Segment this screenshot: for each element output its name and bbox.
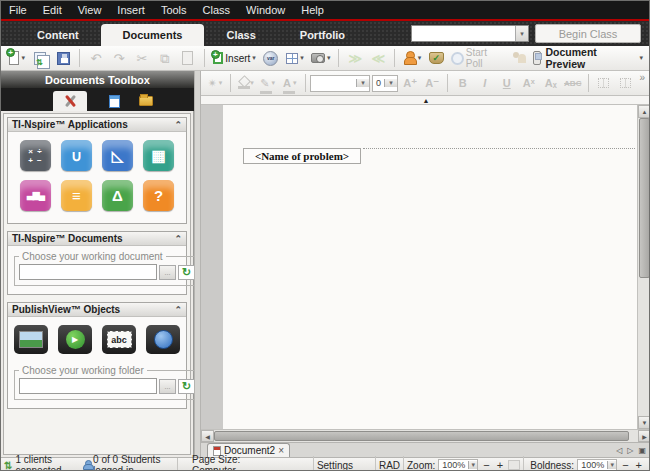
publishview-link-object[interactable] — [146, 325, 180, 354]
app-geometry[interactable]: ◺ — [102, 140, 133, 171]
menu-class[interactable]: Class — [203, 4, 231, 16]
insert-icon: + — [213, 52, 223, 64]
app-calculator[interactable]: × ÷ + − — [20, 140, 51, 171]
collapse-up-icon[interactable]: ▲ — [423, 97, 430, 104]
begin-class-label: Begin Class — [559, 28, 618, 40]
menu-edit[interactable]: Edit — [43, 4, 62, 16]
chevron-down-icon[interactable]: ▾ — [252, 54, 256, 62]
boldness-minus-button[interactable]: − — [620, 459, 630, 471]
scroll-up-button[interactable]: ▲ — [638, 105, 650, 118]
clients-connected-text: 1 clients connected — [15, 454, 80, 471]
chevron-down-icon[interactable]: ▾ — [640, 54, 644, 62]
close-icon[interactable]: × — [278, 445, 284, 456]
nspire-documents-header[interactable]: TI-Nspire™ Documents ⌃ — [8, 232, 186, 246]
status-separator — [375, 456, 376, 471]
app-question[interactable]: ? — [143, 180, 174, 211]
publishview-header[interactable]: PublishView™ Objects ⌃ — [8, 303, 186, 317]
poll-globe-icon — [451, 52, 464, 65]
next-tab-icon[interactable]: ▷ — [627, 446, 633, 455]
boldness-plus-button[interactable]: + — [634, 459, 644, 471]
chevron-down-icon: ▾ — [293, 79, 297, 87]
publishview-image-object[interactable] — [14, 325, 48, 354]
horizontal-scrollbar[interactable]: ◀ ▶ — [201, 429, 650, 442]
toolbar-overflow-button[interactable]: » — [637, 71, 647, 84]
save-button[interactable] — [53, 48, 73, 68]
open-document-button[interactable]: ⇅ — [30, 48, 50, 68]
collapse-icon[interactable]: ⌃ — [174, 120, 182, 130]
collapse-icon[interactable]: ⌃ — [174, 305, 182, 315]
refresh-button[interactable]: ↻ — [178, 265, 195, 280]
publishview-text-object[interactable]: abc — [102, 325, 136, 354]
vertical-scroll-thumb[interactable] — [639, 118, 650, 278]
app-graphs[interactable]: ∪ — [61, 140, 92, 171]
menu-window[interactable]: Window — [246, 4, 285, 16]
zoom-in-button[interactable]: + — [495, 459, 505, 471]
applications-section-header[interactable]: TI-Nspire™ Applications ⌃ — [8, 118, 186, 132]
font-family-select: ▾ — [310, 75, 370, 92]
chevron-down-icon[interactable]: ▾ — [607, 461, 616, 469]
tab-portfolio[interactable]: Portfolio — [278, 24, 367, 45]
grow-font-button: A⁺ — [400, 73, 420, 93]
toolbox-tab-tools[interactable] — [53, 91, 87, 111]
working-document-label: Choose your working document — [19, 251, 166, 262]
document-page[interactable]: <Name of problem> — [223, 105, 637, 429]
chevron-down-icon[interactable]: ▾ — [21, 54, 25, 62]
prev-tab-icon[interactable]: ◁ — [616, 446, 622, 455]
menu-view[interactable]: View — [78, 4, 102, 16]
browse-button[interactable]: ... — [159, 265, 176, 280]
publishview-video-object[interactable]: ▶ — [58, 325, 92, 354]
panel-splitter[interactable] — [194, 71, 201, 457]
working-document-input[interactable] — [19, 264, 157, 280]
class-select[interactable]: ▾ — [411, 25, 529, 42]
camera-icon — [311, 53, 325, 63]
app-data-statistics[interactable]: ▃▆▄ — [20, 180, 51, 211]
open-document-icon: ⇅ — [34, 52, 46, 65]
chevron-down-icon[interactable]: ▾ — [468, 461, 477, 469]
settings-button[interactable]: Settings — [317, 460, 353, 471]
student-status-icon — [83, 460, 90, 470]
browse-button[interactable]: ... — [159, 379, 176, 394]
variables-button[interactable]: var — [261, 48, 281, 68]
menu-help[interactable]: Help — [301, 4, 324, 16]
insert-button[interactable]: + Insert ▾ — [211, 48, 258, 68]
screen-capture-button[interactable]: ▾ — [309, 48, 333, 68]
working-folder-input[interactable] — [19, 378, 157, 394]
scroll-right-button[interactable]: ▶ — [638, 430, 650, 442]
vertical-scrollbar[interactable]: ▲ ▼ — [637, 105, 650, 429]
tab-overview-icon[interactable]: ▣ — [638, 446, 646, 455]
tab-documents[interactable]: Documents — [101, 24, 205, 46]
boldness-select[interactable]: 100% ▾ — [577, 459, 617, 471]
new-document-button[interactable]: + ▾ — [7, 48, 27, 68]
folder-icon — [139, 96, 153, 106]
chevron-down-icon[interactable]: ▾ — [515, 26, 528, 41]
toolbox-tab-page-sorter[interactable] — [97, 91, 131, 111]
page-layout-button[interactable]: ▾ — [284, 48, 306, 68]
scroll-down-button[interactable]: ▼ — [638, 416, 650, 429]
toolbox-tab-content-explorer[interactable] — [129, 91, 163, 111]
chevron-down-icon[interactable]: ▾ — [300, 54, 304, 62]
tab-content[interactable]: Content — [15, 24, 101, 45]
applications-section: TI-Nspire™ Applications ⌃ × ÷ + − ∪ ◺ — [7, 117, 187, 224]
menu-insert[interactable]: Insert — [117, 4, 145, 16]
problem-name-box[interactable]: <Name of problem> — [243, 148, 361, 164]
video-play-icon: ▶ — [66, 330, 85, 349]
refresh-button[interactable]: ↻ — [178, 379, 195, 394]
tab-class[interactable]: Class — [204, 24, 277, 45]
angle-mode-indicator[interactable]: RAD — [379, 460, 400, 471]
student-button[interactable]: ▾ — [401, 48, 423, 68]
app-lists-spreadsheet[interactable]: ▦ — [143, 140, 174, 171]
horizontal-scroll-thumb[interactable] — [214, 431, 629, 441]
chevron-down-icon[interactable]: ▾ — [327, 54, 331, 62]
zoom-out-button[interactable]: − — [481, 459, 491, 471]
tools-icon — [63, 94, 77, 108]
menu-tools[interactable]: Tools — [161, 4, 187, 16]
begin-class-button[interactable]: Begin Class — [535, 24, 641, 43]
collect-basket-button[interactable]: ✓ — [426, 48, 446, 68]
menu-file[interactable]: File — [9, 4, 27, 16]
chevron-down-icon[interactable]: ▾ — [418, 54, 422, 62]
zoom-select[interactable]: 100% ▾ — [438, 459, 478, 471]
app-notes[interactable]: ≡ — [61, 180, 92, 211]
scroll-left-button[interactable]: ◀ — [201, 430, 214, 442]
collapse-icon[interactable]: ⌃ — [174, 234, 182, 244]
app-vernier-dataquest[interactable]: Δ — [102, 180, 133, 211]
